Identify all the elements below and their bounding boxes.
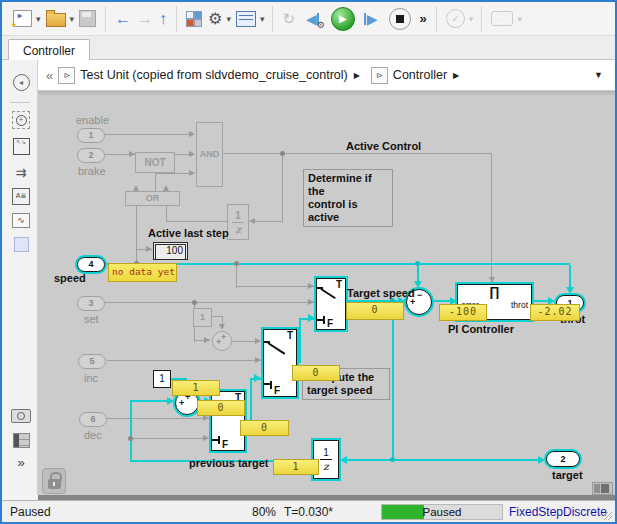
breadcrumb-subsystem[interactable]: Controller — [393, 68, 447, 82]
wire-active-control[interactable] — [222, 153, 492, 154]
value-badge-target-speed[interactable]: 0 — [346, 302, 404, 320]
up-button[interactable]: ↑ — [159, 11, 167, 27]
display-block[interactable]: 100 — [153, 242, 188, 260]
wire-highlighted[interactable] — [299, 318, 301, 363]
wire-set[interactable] — [105, 302, 314, 303]
value-badge-prev-target[interactable]: 1 — [273, 459, 319, 475]
step-forward-button[interactable]: ▶ — [364, 11, 378, 27]
model-data-editor-button[interactable] — [236, 11, 256, 27]
wire[interactable] — [491, 153, 492, 279]
constant-block-one[interactable]: 1 — [153, 370, 171, 388]
junction-dot — [192, 300, 197, 305]
inport-speed[interactable]: 4 — [77, 257, 105, 272]
tab-controller[interactable]: Controller — [8, 39, 90, 61]
viewer-button[interactable]: ∿ — [11, 210, 31, 230]
save-button[interactable] — [79, 10, 96, 27]
zoom-tool-button[interactable]: + — [11, 110, 31, 130]
wire-dec[interactable] — [107, 418, 209, 419]
fit-to-view-button[interactable]: ↖↘ — [11, 136, 31, 156]
new-model-caret-icon[interactable]: ▾ — [36, 14, 41, 24]
switch-lever — [320, 288, 336, 299]
model-settings-button[interactable]: ⚙ — [208, 11, 222, 27]
stop-button[interactable] — [389, 8, 411, 30]
not-block[interactable]: NOT — [135, 152, 175, 173]
validate-caret-icon[interactable]: ▾ — [469, 14, 474, 24]
status-solver[interactable]: FixedStepDiscrete — [509, 505, 607, 519]
value-badge-error[interactable]: -100 — [439, 304, 487, 321]
value-badge-throttle[interactable]: -2.02 — [530, 304, 580, 321]
breadcrumb-separator-icon[interactable]: ▶ — [453, 71, 459, 80]
wire-error[interactable] — [430, 300, 452, 302]
back-button[interactable]: ← — [115, 11, 131, 27]
breadcrumb-collapse-button[interactable]: « — [46, 68, 53, 83]
brake-label: brake — [78, 165, 106, 177]
value-badge-switch-out[interactable]: 0 — [240, 420, 289, 436]
inport-brake[interactable]: 2 — [77, 148, 105, 163]
constant-block-gray[interactable]: 1 — [193, 308, 212, 327]
wire-inc[interactable] — [107, 360, 261, 361]
library-browser-button[interactable] — [186, 11, 202, 27]
validate-button[interactable]: ✓ — [446, 9, 465, 28]
outport-target[interactable]: 2 — [546, 451, 580, 467]
wire[interactable] — [236, 286, 314, 287]
canvas-scroll-widget[interactable] — [592, 482, 613, 495]
switch-block-compute[interactable]: T F — [263, 329, 297, 397]
model-settings-caret-icon[interactable]: ▾ — [226, 14, 231, 24]
wire[interactable] — [166, 221, 227, 222]
update-model-button[interactable]: ↻ — [282, 10, 295, 28]
inport-dec[interactable]: 6 — [79, 412, 107, 427]
panel-button[interactable] — [11, 430, 31, 450]
wire[interactable] — [282, 153, 283, 222]
or-block[interactable]: OR — [125, 191, 180, 206]
inport-inc[interactable]: 5 — [78, 354, 106, 369]
signal-routing-button[interactable]: ⇉ — [11, 162, 31, 182]
value-badge-switch-in[interactable]: 0 — [197, 400, 245, 416]
keyboard-icon: ∙∙∙∙ ∙∙∙∙ — [491, 11, 513, 26]
arrowhead-icon — [189, 170, 195, 176]
annotation-line: target speed — [307, 384, 372, 396]
toolbar-separator — [272, 6, 273, 32]
value-badge-compute[interactable]: 0 — [292, 365, 340, 381]
wire[interactable] — [131, 438, 209, 439]
run-button[interactable]: ▶ — [331, 7, 355, 31]
wire[interactable] — [236, 263, 237, 288]
wire-highlighted[interactable] — [130, 400, 132, 462]
palette-more-button[interactable]: » — [11, 452, 31, 472]
value-badge-sum-in[interactable]: 1 — [172, 380, 220, 396]
keyboard-caret-icon[interactable]: ▾ — [517, 14, 522, 24]
forward-button[interactable]: → — [137, 11, 153, 27]
breadcrumb-separator-icon[interactable]: ▶ — [354, 71, 360, 80]
no-data-tooltip[interactable]: no data yet — [108, 263, 177, 282]
keyboard-control-button[interactable]: ∙∙∙∙ ∙∙∙∙ — [491, 11, 513, 26]
hide-palette-button[interactable]: ◂ — [11, 72, 31, 92]
annotation-determine[interactable]: Determine if the control is active — [303, 169, 393, 227]
open-caret-icon[interactable]: ▾ — [70, 14, 75, 24]
sum-block-gray[interactable]: + + — [212, 331, 232, 351]
open-button[interactable] — [46, 10, 66, 27]
inport-set[interactable]: 3 — [77, 296, 105, 311]
switch-block-target-speed[interactable]: T F — [316, 278, 346, 330]
breadcrumb-dropdown-icon[interactable]: ▼ — [594, 70, 603, 80]
toolbar-overflow-button[interactable]: » — [420, 11, 427, 26]
lock-button[interactable] — [42, 468, 66, 494]
annotation-button[interactable]: A≣ — [11, 186, 31, 206]
step-back-button[interactable]: ◀⚙ — [306, 11, 320, 27]
unit-delay-block[interactable]: 1 z — [227, 204, 249, 240]
area-button[interactable] — [11, 234, 31, 254]
breadcrumb-model[interactable]: Test Unit (copied from sldvdemo_cruise_c… — [80, 68, 347, 82]
wire-highlighted[interactable] — [392, 300, 394, 460]
resize-grip-icon[interactable] — [604, 512, 612, 520]
model-data-editor-caret-icon[interactable]: ▾ — [260, 14, 265, 24]
wire-target[interactable] — [340, 459, 541, 461]
wire-highlighted[interactable] — [130, 400, 170, 402]
wire[interactable] — [105, 134, 194, 135]
and-block[interactable]: AND — [196, 122, 223, 187]
new-model-button[interactable]: ▸✦ — [13, 10, 32, 27]
wire[interactable] — [155, 173, 156, 191]
inport-enable[interactable]: 1 — [77, 128, 105, 143]
arrowhead-icon — [308, 299, 314, 305]
screenshot-button[interactable] — [11, 406, 31, 426]
wire[interactable] — [253, 221, 283, 222]
wire-highlighted[interactable] — [250, 378, 252, 422]
model-canvas[interactable]: NOT AND OR 1 z 1 + + 100 T F T F — [38, 91, 615, 495]
